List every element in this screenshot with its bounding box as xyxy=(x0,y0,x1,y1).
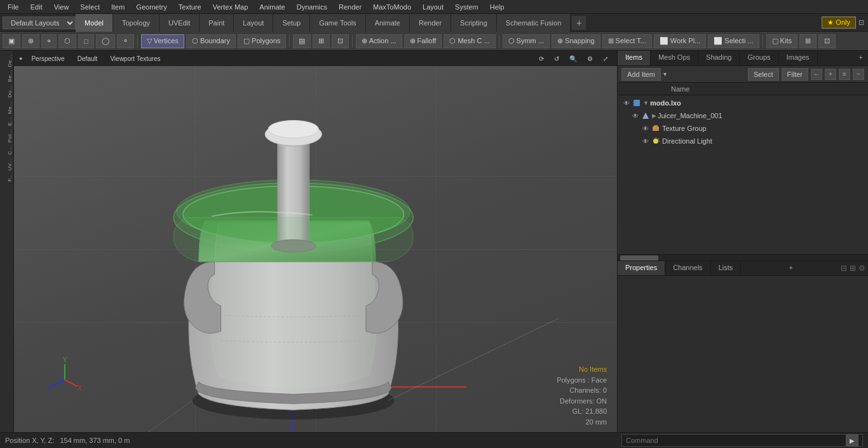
panel-tab-images[interactable]: Images xyxy=(779,51,818,65)
sidebar-item-de[interactable]: De... xyxy=(1,53,13,68)
panel-bottom-tab-add[interactable]: + xyxy=(783,261,797,275)
tab-layout[interactable]: Layout xyxy=(234,14,273,32)
sidebar-item-be[interactable]: Be... xyxy=(1,69,13,83)
menu-system[interactable]: System xyxy=(450,2,484,12)
viewport-default[interactable]: Default xyxy=(74,54,102,64)
menu-help[interactable]: Help xyxy=(485,2,510,12)
tool-mode-box[interactable]: ▤ xyxy=(293,34,311,48)
tab-animate[interactable]: Animate xyxy=(366,14,410,32)
scrollbar-thumb[interactable] xyxy=(620,255,658,261)
filter-button[interactable]: Filter xyxy=(782,68,808,81)
menu-item[interactable]: Item xyxy=(106,2,130,12)
panel-tab-channels[interactable]: Channels xyxy=(665,261,710,275)
layout-dropdown[interactable]: Default Layouts xyxy=(3,17,76,29)
viewport-dot[interactable]: ● xyxy=(19,55,22,62)
layout-add-button[interactable]: + xyxy=(572,16,586,30)
sidebar-item-e[interactable]: E... xyxy=(1,116,13,127)
tool-symm[interactable]: ⬡ Symm ... xyxy=(503,34,550,48)
command-run-button[interactable]: ▶ xyxy=(846,435,858,446)
tree-item-texture-group[interactable]: 👁 Texture Group xyxy=(618,122,868,135)
items-icon-list[interactable]: ≡ xyxy=(839,69,850,80)
items-icon-minus[interactable]: − xyxy=(853,69,864,80)
layout-settings-icon[interactable]: ⊡ xyxy=(858,18,864,27)
menu-maxtomodo[interactable]: MaxToModo xyxy=(368,2,416,12)
tab-uvedit[interactable]: UVEdit xyxy=(159,14,200,32)
tool-sel-mode-2[interactable]: ⊕ xyxy=(22,34,39,48)
tab-topology[interactable]: Topology xyxy=(113,14,159,32)
tree-vis-2[interactable]: 👁 xyxy=(630,111,641,121)
panel-settings[interactable]: ⚙ xyxy=(858,264,865,273)
items-scrollbar[interactable] xyxy=(618,254,868,261)
tab-setup[interactable]: Setup xyxy=(273,14,310,32)
viewport-canvas[interactable]: Y Z X No Items Polygons : Face Channels:… xyxy=(14,66,617,432)
select-button[interactable]: Select xyxy=(748,68,779,81)
menu-render[interactable]: Render xyxy=(334,2,367,12)
viewport-textures[interactable]: Viewport Textures xyxy=(106,54,164,64)
add-item-button[interactable]: Add Item xyxy=(621,68,661,81)
tool-sel-mode-3[interactable]: ⌖ xyxy=(41,34,57,48)
command-area[interactable]: ▶ xyxy=(621,434,863,447)
tool-sel-mode-4[interactable]: ⬡ xyxy=(58,34,76,48)
panel-resize-left[interactable]: ⊟ xyxy=(841,264,847,273)
menu-texture[interactable]: Texture xyxy=(173,2,207,12)
tool-icon2[interactable]: ⊡ xyxy=(818,34,836,48)
vp-icon-reset[interactable]: ↺ xyxy=(550,54,563,64)
tool-sel-mode-1[interactable]: ▣ xyxy=(3,34,20,48)
tab-model[interactable]: Model xyxy=(76,14,113,32)
tree-item-modo-lxo[interactable]: 👁 ▼ modo.lxo xyxy=(618,97,868,109)
viewport[interactable]: ● Perspective Default Viewport Textures … xyxy=(14,51,617,432)
tab-game-tools[interactable]: Game Tools xyxy=(310,14,366,32)
panel-tab-properties[interactable]: Properties xyxy=(618,261,665,275)
menu-geometry[interactable]: Geometry xyxy=(131,2,172,12)
items-icon-left[interactable]: ← xyxy=(811,69,822,80)
panel-resize-right[interactable]: ⊞ xyxy=(850,264,856,273)
menu-view[interactable]: View xyxy=(49,2,74,12)
tool-mode-2[interactable]: ⊞ xyxy=(313,34,330,48)
tool-icon1[interactable]: ⊞ xyxy=(799,34,817,48)
vp-icon-expand[interactable]: ⤢ xyxy=(599,54,612,64)
menu-vertex-map[interactable]: Vertex Map xyxy=(208,2,254,12)
sidebar-item-f[interactable]: F... xyxy=(1,172,13,183)
tool-action[interactable]: ⊕ Action ... xyxy=(356,34,402,48)
tab-scripting[interactable]: Scripting xyxy=(451,14,497,32)
tool-polygons[interactable]: ▢ Polygons xyxy=(238,34,286,48)
tree-item-juicer[interactable]: 👁 ▶ Juicer_Machine_001 xyxy=(618,109,868,122)
items-icon-plus[interactable]: + xyxy=(825,69,836,80)
sidebar-item-me[interactable]: Me... xyxy=(1,100,13,115)
tool-select-t[interactable]: ⊞ Select T... xyxy=(602,34,652,48)
vp-icon-gear[interactable]: ⚙ xyxy=(583,54,597,64)
tree-vis-1[interactable]: 👁 xyxy=(621,98,632,108)
tree-vis-4[interactable]: 👁 xyxy=(641,136,651,146)
panel-tab-groups[interactable]: Groups xyxy=(740,51,778,65)
tab-schematic-fusion[interactable]: Schematic Fusion xyxy=(497,14,571,32)
sidebar-item-pol[interactable]: Pol... xyxy=(1,128,13,144)
menu-edit[interactable]: Edit xyxy=(25,2,48,12)
menu-file[interactable]: File xyxy=(3,2,24,12)
tool-mesh-c[interactable]: ⬡ Mesh C ... xyxy=(444,34,495,48)
tree-item-dir-light[interactable]: 👁 Directional Light xyxy=(618,135,868,147)
star-only-button[interactable]: ★ Only xyxy=(822,17,856,29)
viewport-perspective[interactable]: Perspective xyxy=(27,54,68,64)
menu-dynamics[interactable]: Dynamics xyxy=(292,2,332,12)
tool-vertices[interactable]: ▽ Vertices xyxy=(141,34,184,48)
panel-tab-lists[interactable]: Lists xyxy=(711,261,742,275)
tab-paint[interactable]: Paint xyxy=(200,14,234,32)
tool-sel-mode-5[interactable]: □ xyxy=(78,34,94,48)
add-item-arrow[interactable]: ▾ xyxy=(663,71,667,78)
menu-animate[interactable]: Animate xyxy=(254,2,290,12)
vp-icon-arrows[interactable]: ⟳ xyxy=(535,54,548,64)
menu-layout[interactable]: Layout xyxy=(417,2,449,12)
tool-circle[interactable]: ◯ xyxy=(96,34,115,48)
tool-selecti[interactable]: ⬜ Selecti ... xyxy=(708,34,759,48)
panel-tab-mesh-ops[interactable]: Mesh Ops xyxy=(651,51,698,65)
tool-kits[interactable]: ▢ Kits xyxy=(766,34,797,48)
tool-work-pl[interactable]: ⬜ Work Pl... xyxy=(654,34,707,48)
panel-tab-add[interactable]: + xyxy=(854,51,868,65)
panel-tab-shading[interactable]: Shading xyxy=(698,51,740,65)
menu-select[interactable]: Select xyxy=(75,2,105,12)
tool-lasso[interactable]: ⚬ xyxy=(117,34,134,48)
sidebar-item-c[interactable]: C... xyxy=(1,144,13,156)
panel-tab-items[interactable]: Items xyxy=(618,51,651,65)
tool-mode-3[interactable]: ⊡ xyxy=(332,34,349,48)
tab-render[interactable]: Render xyxy=(410,14,451,32)
